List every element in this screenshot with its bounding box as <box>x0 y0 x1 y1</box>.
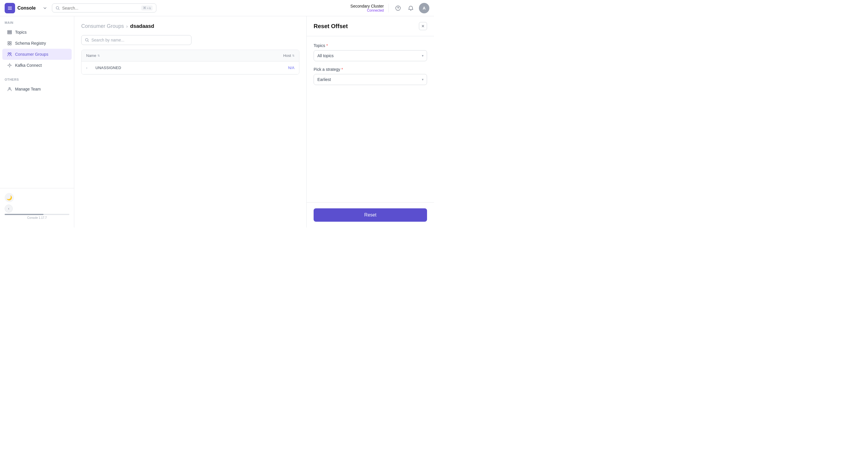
svg-rect-4 <box>7 32 11 33</box>
search-shortcut: ⌘ + k <box>141 5 153 10</box>
right-panel-title: Reset Offset <box>314 23 348 30</box>
topnav-right: Secondary Cluster Connected A <box>350 3 429 13</box>
table-search-box[interactable] <box>81 35 191 45</box>
right-panel: Reset Offset ✕ Topics * All topics ▾ <box>306 16 434 228</box>
data-table: Name ⇅ Host ⇅ › UNASSIGNED N/A <box>81 50 300 74</box>
breadcrumb-separator: › <box>126 24 128 29</box>
scrollbar-indicator <box>5 214 69 215</box>
svg-rect-8 <box>8 43 9 45</box>
strategy-field-label: Pick a strategy * <box>314 67 427 72</box>
svg-point-0 <box>56 6 59 9</box>
svg-point-13 <box>9 88 10 89</box>
notifications-button[interactable] <box>406 3 415 13</box>
topics-field-label: Topics * <box>314 43 427 48</box>
sidebar-item-manage-team-label: Manage Team <box>15 87 41 91</box>
table-header: Name ⇅ Host ⇅ <box>82 50 299 62</box>
version-text: Console 1.17.7 <box>0 215 74 220</box>
svg-rect-3 <box>7 30 11 31</box>
search-icon <box>56 6 60 10</box>
search-input[interactable] <box>62 6 139 10</box>
strategy-required-star: * <box>341 67 343 72</box>
right-panel-footer: Reset <box>307 202 434 228</box>
kafka-connect-icon <box>7 63 12 68</box>
app-title: Console <box>18 5 36 11</box>
sort-name-icon[interactable]: ⇅ <box>97 54 100 57</box>
topnav-icons: A <box>393 3 429 13</box>
svg-point-2 <box>398 9 398 9</box>
sidebar-collapse-button[interactable]: ‹ <box>5 205 13 213</box>
scrollbar-thumb <box>5 214 43 215</box>
manage-team-icon <box>7 87 12 92</box>
main-panel: Consumer Groups › dsadaasd Name ⇅ <box>74 16 306 228</box>
breadcrumb: Consumer Groups › dsadaasd <box>81 23 300 29</box>
sidebar-item-kafka-connect-label: Kafka Connect <box>15 63 42 68</box>
theme-toggle-button[interactable]: 🌙 <box>5 193 14 202</box>
consumer-groups-icon <box>7 52 12 57</box>
strategy-field-group: Pick a strategy * Earliest Latest Specif… <box>314 67 427 85</box>
sidebar-bottom: 🌙 ‹ Console 1.17.7 <box>0 188 74 223</box>
col-header-name: Name ⇅ <box>86 53 237 58</box>
top-navigation: Console ⌘ + k Secondary Cluster Connecte… <box>0 0 434 16</box>
app-logo <box>5 3 15 13</box>
table-search-input[interactable] <box>91 38 188 42</box>
breadcrumb-current: dsadaasd <box>130 23 154 29</box>
svg-rect-7 <box>10 41 11 43</box>
global-search-bar[interactable]: ⌘ + k <box>52 3 156 12</box>
topics-icon <box>7 30 12 35</box>
svg-rect-6 <box>8 41 9 43</box>
strategy-select-wrapper: Earliest Latest Specific offset Timestam… <box>314 74 427 85</box>
row-name: UNASSIGNED <box>95 66 237 70</box>
sidebar: MAIN Topics <box>0 16 74 228</box>
table-search-icon <box>85 38 89 42</box>
close-panel-button[interactable]: ✕ <box>419 22 427 30</box>
sidebar-item-kafka-connect[interactable]: Kafka Connect <box>2 60 72 71</box>
svg-rect-5 <box>7 33 11 34</box>
sidebar-item-consumer-groups[interactable]: Consumer Groups <box>2 49 72 60</box>
topics-select[interactable]: All topics <box>314 50 427 61</box>
sidebar-item-schema-registry[interactable]: Schema Registry <box>2 38 72 49</box>
right-panel-header: Reset Offset ✕ <box>307 16 434 36</box>
sidebar-item-schema-label: Schema Registry <box>15 41 46 46</box>
row-expand-icon[interactable]: › <box>86 66 95 70</box>
cluster-status: Connected <box>367 8 384 12</box>
reset-button[interactable]: Reset <box>314 208 427 222</box>
sidebar-item-manage-team[interactable]: Manage Team <box>2 84 72 95</box>
breadcrumb-parent[interactable]: Consumer Groups <box>81 23 124 29</box>
svg-point-10 <box>8 53 9 54</box>
help-button[interactable] <box>393 3 403 13</box>
sidebar-item-consumer-groups-label: Consumer Groups <box>15 52 48 57</box>
sort-host-icon[interactable]: ⇅ <box>292 54 294 57</box>
svg-rect-9 <box>10 43 11 45</box>
row-host: N/A <box>237 66 294 70</box>
table-row[interactable]: › UNASSIGNED N/A <box>82 62 299 74</box>
cluster-name: Secondary Cluster <box>350 4 384 8</box>
strategy-select[interactable]: Earliest Latest Specific offset Timestam… <box>314 74 427 85</box>
sidebar-section-main: MAIN <box>0 21 74 27</box>
sidebar-item-topics-label: Topics <box>15 30 27 34</box>
sidebar-item-topics[interactable]: Topics <box>2 27 72 38</box>
main-layout: MAIN Topics <box>0 16 434 228</box>
logo-area: Console <box>5 3 36 13</box>
user-avatar[interactable]: A <box>419 3 429 13</box>
col-header-host: Host ⇅ <box>237 53 294 58</box>
cluster-info: Secondary Cluster Connected <box>350 4 389 12</box>
topics-field-group: Topics * All topics ▾ <box>314 43 427 61</box>
svg-point-11 <box>10 53 11 54</box>
topics-required-star: * <box>327 43 328 48</box>
right-panel-body: Topics * All topics ▾ Pick a strategy * <box>307 36 434 202</box>
panel-container: Consumer Groups › dsadaasd Name ⇅ <box>74 16 434 228</box>
topics-select-wrapper: All topics ▾ <box>314 50 427 61</box>
schema-icon <box>7 41 12 46</box>
sidebar-section-others: OTHERS <box>0 78 74 84</box>
svg-point-14 <box>86 39 88 41</box>
svg-point-12 <box>9 64 10 66</box>
app-dropdown-button[interactable] <box>41 5 49 11</box>
